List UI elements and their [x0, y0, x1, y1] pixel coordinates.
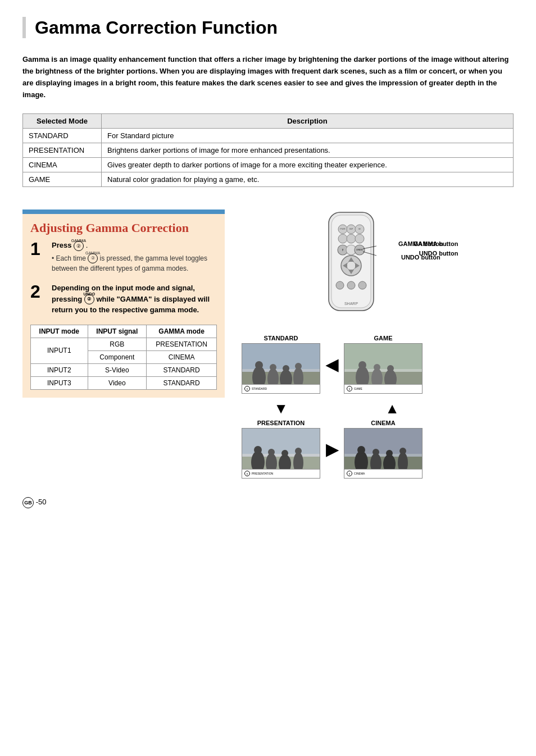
input-table-row: INPUT2 S-Video STANDARD — [31, 363, 217, 376]
svg-point-34 — [270, 364, 276, 371]
svg-point-38 — [295, 363, 302, 370]
svg-text:M: M — [359, 227, 361, 230]
arrow-up-icon: ▲ — [353, 400, 431, 417]
gamma-icon-small: γ — [244, 471, 250, 476]
undo-button-label: UNDO button — [419, 250, 458, 257]
step-2: 2 Depending on the input mode and signal… — [30, 283, 217, 316]
svg-point-32 — [255, 361, 263, 369]
presentation-mode-footer: γ PRESENTATION — [242, 469, 320, 478]
game-label: GAME — [344, 335, 423, 341]
input-signal-cell: Component — [88, 350, 147, 363]
page-number: -50 — [36, 498, 47, 506]
table-cell-mode: GAME — [23, 172, 102, 186]
mode-cinema: CINEMA — [344, 420, 423, 480]
table-row: STANDARD For Standard picture — [23, 128, 514, 143]
input-mode-cell: INPUT1 — [31, 338, 88, 363]
right-column: γ UNDO SHARP PWR INP M GAMMA button UNDO… — [242, 210, 514, 480]
gamma-mode-cell: PRESENTATION — [147, 338, 217, 350]
svg-point-58 — [295, 448, 302, 454]
svg-text:SHARP: SHARP — [344, 302, 358, 306]
standard-mode-footer: γ STANDARD — [242, 384, 320, 393]
input-table-header-gamma: GAMMA mode — [147, 325, 217, 338]
input-signal-cell: Video — [88, 376, 147, 389]
table-header-description: Description — [102, 113, 514, 128]
svg-point-56 — [281, 450, 288, 457]
table-row: CINEMA Gives greater depth to darker por… — [23, 157, 514, 172]
step-1: 1 Press GAMMA ② . • Each time GAMMA — [30, 240, 217, 274]
mode-images-section: STANDARD — [242, 335, 514, 480]
gamma-button-label: GAMMA button — [414, 240, 458, 247]
svg-point-12 — [347, 261, 356, 270]
step-1-content: Press GAMMA ② . • Each time GAMMA ② — [52, 240, 217, 274]
bottom-section: Adjusting Gamma Correction 1 Press GAMMA… — [22, 210, 514, 480]
svg-point-65 — [373, 449, 379, 456]
page-footer: GB -50 — [22, 497, 514, 508]
gamma-mode-cell: CINEMA — [147, 350, 217, 363]
svg-point-45 — [374, 364, 380, 371]
gamma-button-icon: GAMMA ② — [74, 241, 84, 251]
cinema-footer-text: CINEMA — [354, 472, 365, 475]
mode-game: GAME — [344, 335, 423, 395]
svg-point-63 — [357, 446, 365, 454]
input-mode-cell: INPUT3 — [31, 376, 88, 389]
svg-point-19 — [358, 281, 366, 289]
step-number-2: 2 — [30, 283, 46, 300]
svg-point-69 — [399, 448, 406, 454]
input-table-row: INPUT3 Video STANDARD — [31, 376, 217, 389]
undo-button-icon: UNDO ② — [84, 294, 94, 304]
table-cell-desc: Natural color gradation for playing a ga… — [102, 172, 514, 186]
svg-text:UNDO: UNDO — [356, 248, 363, 251]
table-cell-mode: STANDARD — [23, 128, 102, 143]
presentation-label: PRESENTATION — [242, 420, 320, 426]
table-cell-desc: Brightens darker portions of image for m… — [102, 143, 514, 157]
input-table-row: INPUT1 RGB PRESENTATION — [31, 338, 217, 350]
section-header-bar — [22, 210, 225, 214]
gamma-mode-cell: STANDARD — [147, 363, 217, 376]
svg-rect-60 — [344, 429, 423, 454]
svg-rect-40 — [344, 344, 423, 369]
gamma-button-icon-inline: GAMMA ② — [88, 253, 98, 263]
input-mode-cell: INPUT2 — [31, 363, 88, 376]
game-image: γ GAME — [344, 343, 423, 394]
input-table-header-mode: INPUT mode — [31, 325, 88, 338]
svg-point-7 — [355, 234, 364, 243]
table-row: GAME Natural color gradation for playing… — [23, 172, 514, 186]
svg-point-67 — [386, 450, 393, 457]
arrow-down-icon: ▼ — [242, 400, 320, 417]
svg-point-5 — [338, 234, 347, 243]
remote-area: γ UNDO SHARP PWR INP M GAMMA button UNDO… — [242, 210, 514, 324]
cinema-mode-footer: γ CINEMA — [344, 469, 422, 478]
svg-point-18 — [347, 281, 355, 289]
left-column: Adjusting Gamma Correction 1 Press GAMMA… — [22, 210, 225, 480]
page-title: Gamma Correction Function — [22, 17, 514, 38]
step-2-content: Depending on the input mode and signal, … — [52, 283, 217, 316]
section-title: Adjusting Gamma Correction — [22, 214, 225, 240]
step-1-title: Press GAMMA ② . — [52, 240, 217, 251]
svg-point-36 — [283, 365, 289, 372]
svg-text:INP: INP — [349, 227, 353, 230]
svg-rect-49 — [242, 429, 320, 454]
step-number-1: 1 — [30, 240, 46, 258]
standard-footer-text: STANDARD — [252, 387, 267, 390]
gamma-icon-small: γ — [347, 386, 352, 391]
input-table: INPUT mode INPUT signal GAMMA mode INPUT… — [30, 325, 217, 390]
svg-text:PWR: PWR — [340, 227, 346, 230]
gamma-icon-small: γ — [347, 471, 352, 476]
table-cell-desc: For Standard picture — [102, 128, 514, 143]
intro-paragraph: Gamma is an image quality enhancement fu… — [22, 54, 514, 101]
table-cell-desc: Gives greater depth to darker portions o… — [102, 157, 514, 172]
cinema-image: γ CINEMA — [344, 428, 423, 479]
cinema-label: CINEMA — [344, 420, 423, 426]
game-footer-text: GAME — [354, 387, 362, 390]
mode-presentation: PRESENTATION — [242, 420, 320, 480]
table-cell-mode: CINEMA — [23, 157, 102, 172]
table-cell-mode: PRESENTATION — [23, 143, 102, 157]
input-table-header-signal: INPUT signal — [88, 325, 147, 338]
input-signal-cell: S-Video — [88, 363, 147, 376]
standard-image: γ STANDARD — [242, 343, 320, 394]
gamma-mode-cell: STANDARD — [147, 376, 217, 389]
presentation-footer-text: PRESENTATION — [252, 472, 273, 475]
game-mode-footer: γ GAME — [344, 384, 422, 393]
svg-rect-29 — [242, 344, 320, 369]
presentation-image: γ PRESENTATION — [242, 428, 320, 479]
